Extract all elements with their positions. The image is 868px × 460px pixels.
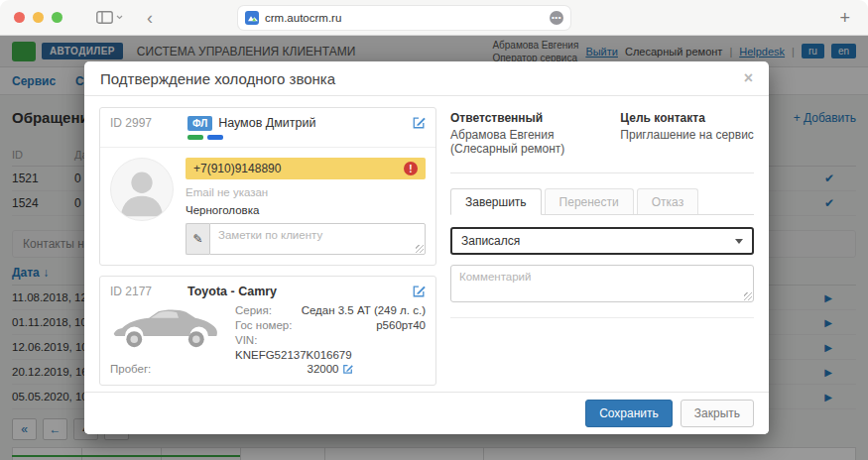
- client-notes-input[interactable]: [210, 224, 425, 254]
- edit-client-button[interactable]: [412, 116, 426, 130]
- client-city: Черноголовка: [186, 204, 426, 216]
- vin-value: KNEFG52137K016679: [235, 349, 426, 361]
- divider: [450, 317, 754, 318]
- tab-reschedule[interactable]: Перенести: [545, 188, 634, 214]
- chevron-down-icon: [116, 15, 123, 20]
- series-value: Седан 3.5 АТ (249 л. с.): [302, 304, 426, 316]
- contact-goal-label: Цель контакта: [620, 111, 754, 125]
- modal-footer: Сохранить Закрыть: [84, 392, 769, 434]
- cold-call-confirmation-dialog: Подтверждение холодного звонка × ID 2997…: [84, 61, 769, 434]
- phone-number: +7(910)9148890: [193, 162, 281, 175]
- comment-input[interactable]: [451, 266, 753, 301]
- call-result-column: Ответственный Абрамова Евгения (Слесарны…: [450, 107, 754, 382]
- car-icon: [110, 304, 221, 352]
- tab-refuse[interactable]: Отказ: [637, 188, 698, 214]
- contact-goal-value: Приглашение на сервис: [620, 128, 754, 142]
- status-blue-bar: [207, 135, 223, 140]
- browser-window: ‹ crm.autocrm.ru ••• + АВТОДИЛЕР СИСТЕМА…: [0, 0, 868, 460]
- edit-icon: [342, 364, 353, 375]
- minimize-window-button[interactable]: [33, 12, 44, 23]
- client-card: ID 2997 ФЛ Наумов Дмитрий: [99, 107, 436, 266]
- close-icon[interactable]: ×: [744, 70, 753, 86]
- close-button[interactable]: Закрыть: [681, 400, 754, 427]
- zoom-window-button[interactable]: [52, 12, 62, 23]
- close-window-button[interactable]: [14, 12, 25, 23]
- warning-icon[interactable]: !: [404, 162, 418, 175]
- divider: [450, 172, 754, 173]
- client-notes: ✎: [186, 223, 426, 255]
- edit-mileage-button[interactable]: [342, 364, 353, 375]
- resize-handle[interactable]: [744, 292, 752, 300]
- responsible-value: Абрамова Евгения (Слесарный ремонт): [450, 128, 620, 156]
- client-column: ID 2997 ФЛ Наумов Дмитрий: [99, 107, 436, 382]
- client-phone[interactable]: +7(910)9148890 !: [186, 158, 426, 179]
- url-text: crm.autocrm.ru: [265, 12, 341, 24]
- site-favicon: [245, 11, 259, 25]
- client-id: ID 2997: [110, 116, 187, 130]
- plate-label: Гос номер:: [235, 319, 292, 331]
- status-selected-value: Записался: [461, 234, 520, 248]
- status-select[interactable]: Записался: [450, 227, 754, 255]
- sidebar-toggle-button[interactable]: [96, 11, 123, 24]
- series-label: Серия:: [235, 304, 272, 316]
- tab-complete[interactable]: Завершить: [450, 188, 542, 215]
- client-email-note: Email не указан: [186, 186, 426, 198]
- responsible-label: Ответственный: [450, 111, 620, 125]
- mileage-value: 32000: [308, 363, 339, 375]
- browser-toolbar: ‹ crm.autocrm.ru ••• +: [0, 0, 868, 36]
- avatar: [110, 158, 174, 221]
- modal-title: Подтверждение холодного звонка: [100, 70, 335, 87]
- edit-car-button[interactable]: [412, 285, 426, 298]
- window-controls: [14, 12, 62, 23]
- plate-value: p560рт40: [376, 319, 426, 331]
- car-id: ID 2177: [110, 285, 187, 298]
- result-tabs: Завершить Перенести Отказ: [450, 188, 754, 215]
- modal-header: Подтверждение холодного звонка ×: [84, 61, 769, 96]
- client-type-badge: ФЛ: [187, 116, 212, 131]
- status-green-bar: [187, 135, 203, 140]
- address-bar[interactable]: crm.autocrm.ru •••: [238, 6, 570, 30]
- chevron-down-icon: [735, 239, 743, 244]
- new-tab-button[interactable]: +: [839, 8, 850, 29]
- car-card: ID 2177 Toyota - Camry: [99, 276, 436, 386]
- vin-label: VIN:: [235, 334, 257, 346]
- page-actions-icon[interactable]: •••: [550, 11, 563, 25]
- mileage-label: Пробег:: [110, 363, 227, 375]
- client-name: Наумов Дмитрий: [218, 116, 315, 130]
- person-icon: [111, 159, 173, 220]
- edit-icon: [412, 116, 426, 130]
- resize-handle[interactable]: [416, 245, 424, 253]
- sidebar-icon: [96, 11, 113, 24]
- car-title: Toyota - Camry: [187, 285, 277, 298]
- edit-icon: [412, 285, 426, 298]
- back-button[interactable]: ‹: [147, 9, 153, 27]
- client-status-bars: [187, 135, 426, 140]
- save-button[interactable]: Сохранить: [585, 400, 673, 427]
- modal-body: ID 2997 ФЛ Наумов Дмитрий: [84, 97, 769, 392]
- pencil-icon: ✎: [186, 223, 209, 255]
